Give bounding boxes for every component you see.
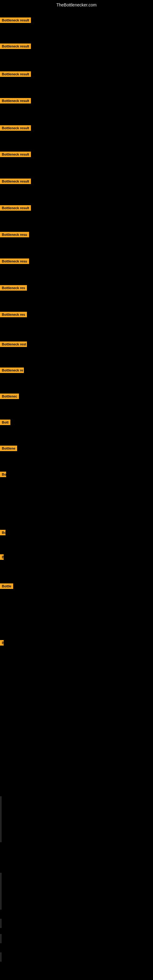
bottleneck-badge[interactable]: Bottleneck resu: [0, 232, 29, 237]
bottleneck-badge[interactable]: Bo: [0, 530, 5, 535]
bottleneck-badge-container: Bottleneck res: [0, 312, 27, 318]
bottleneck-badge[interactable]: Bottleneck result: [0, 98, 31, 103]
bottleneck-badge[interactable]: Bo: [0, 472, 6, 477]
bottleneck-badge[interactable]: Bottleneck result: [0, 72, 31, 77]
bottleneck-badge-container: Bottlenec: [0, 393, 19, 400]
bottleneck-badge[interactable]: B: [0, 554, 4, 560]
bottleneck-badge[interactable]: Bottleneck rest: [0, 342, 27, 347]
vertical-line: [1, 796, 1, 842]
bottleneck-badge[interactable]: Bottleneck result: [0, 205, 31, 211]
bottleneck-badge-container: Bottleneck resu: [0, 258, 29, 265]
bottleneck-badge-container: Bottleneck result: [0, 72, 31, 78]
vertical-line: [1, 873, 1, 910]
bottleneck-badge[interactable]: Bottleneck result: [0, 18, 31, 23]
bottleneck-badge-container: Bo: [0, 472, 6, 478]
bottleneck-badge-container: Bottleneck result: [0, 43, 31, 50]
bottleneck-badge[interactable]: Bottleneck result: [0, 151, 31, 157]
bottleneck-badge[interactable]: Bottle: [0, 584, 13, 589]
bottleneck-badge[interactable]: Bottleneck result: [0, 125, 31, 131]
bottleneck-badge[interactable]: Bottlene: [0, 445, 17, 451]
vertical-line: [1, 953, 1, 962]
bottleneck-badge[interactable]: Bottleneck re: [0, 368, 24, 373]
bottleneck-badge-container: Bottleneck result: [0, 205, 31, 212]
vertical-line: [1, 919, 1, 928]
vertical-line: [1, 934, 1, 943]
bottleneck-badge-container: Bottleneck result: [0, 18, 31, 24]
bottleneck-badge-container: Bottleneck result: [0, 98, 31, 105]
bottleneck-badge-container: Bottle: [0, 584, 13, 590]
bottleneck-badge[interactable]: B: [0, 640, 4, 646]
bottleneck-badge-container: B: [0, 554, 4, 561]
bottleneck-badge-container: Bottleneck result: [0, 125, 31, 132]
bottleneck-badge-container: Bottleneck re: [0, 368, 24, 374]
bottleneck-badge[interactable]: Bottleneck res: [0, 285, 27, 291]
bottleneck-badge-container: Bottleneck result: [0, 178, 31, 185]
bottleneck-badge[interactable]: Bottleneck result: [0, 43, 31, 49]
bottleneck-badge-container: Bottlene: [0, 445, 17, 452]
bottleneck-badge[interactable]: Bottleneck res: [0, 312, 27, 317]
bottleneck-badge-container: Bottleneck res: [0, 285, 27, 292]
bottleneck-badge-container: B: [0, 640, 4, 647]
site-title: TheBottlenecker.com: [0, 0, 153, 10]
bottleneck-badge[interactable]: Bottlenec: [0, 393, 19, 399]
bottleneck-badge[interactable]: Bott: [0, 420, 10, 425]
bottleneck-badge-container: Bo: [0, 530, 5, 536]
bottleneck-badge-container: Bottleneck resu: [0, 232, 29, 239]
bottleneck-badge[interactable]: Bottleneck result: [0, 178, 31, 184]
bottleneck-badge-container: Bottleneck rest: [0, 342, 27, 348]
bottleneck-badge-container: Bottleneck result: [0, 151, 31, 158]
bottleneck-badge[interactable]: Bottleneck resu: [0, 258, 29, 264]
bottleneck-badge-container: Bott: [0, 420, 10, 426]
